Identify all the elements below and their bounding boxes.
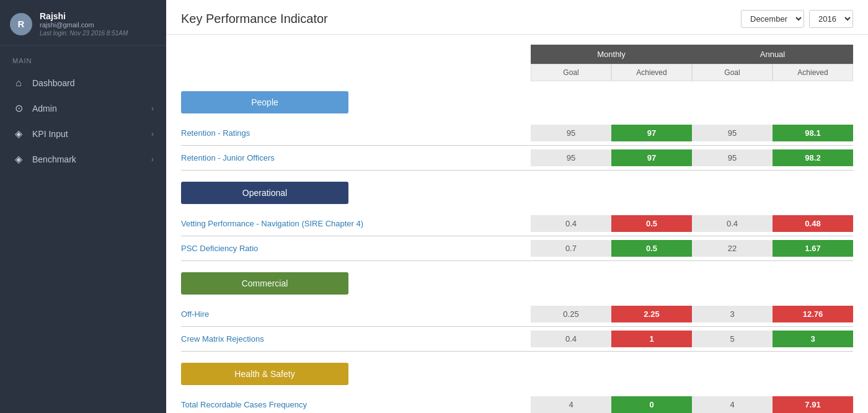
sub-headers-row: Goal Achieved Goal Achieved [181, 64, 853, 81]
monthly-goal-cell: 95 [531, 149, 611, 166]
arrow-icon-kpi-input: › [151, 130, 154, 138]
annual-goal-cell: 95 [692, 125, 773, 141]
kpi-label[interactable]: Retention - Ratings [181, 128, 531, 138]
category-operational: Operational Vetting Performance - Naviga… [181, 182, 853, 261]
sidebar-nav: ⌂ Dashboard ⊙ Admin › ◈ KPI Input › ◈ Be… [0, 68, 166, 174]
kpi-area: Monthly Annual Goal Achieved Goal Achiev… [166, 35, 868, 413]
monthly-goal-cell: 4 [531, 396, 611, 413]
sidebar-item-benchmark[interactable]: ◈ Benchmark › [0, 146, 166, 172]
sidebar-item-admin[interactable]: ⊙ Admin › [0, 95, 166, 121]
page-title: Key Performance Indicator [181, 12, 328, 26]
col-monthly-goal: Goal [531, 64, 611, 81]
category-commercial: Commercial Off-Hire 0.25 2.25 3 12.76 Cr… [181, 272, 853, 352]
main-content: Key Performance Indicator December 2016 … [166, 0, 868, 413]
arrow-icon-admin: › [151, 104, 154, 113]
month-select[interactable]: December [741, 10, 804, 28]
arrow-icon-benchmark: › [151, 155, 154, 164]
kpi-label[interactable]: Total Recordable Cases Frequency [181, 400, 531, 409]
sidebar-item-label-admin: Admin [32, 104, 57, 113]
table-row: Retention - Junior Officers 95 97 95 98.… [181, 146, 853, 171]
table-row: PSC Deficiency Ratio 0.7 0.5 22 1.67 [181, 236, 853, 261]
annual-goal-cell: 22 [692, 240, 773, 257]
avatar: R [10, 13, 32, 35]
category-btn-people[interactable]: People [181, 91, 348, 113]
category-btn-commercial[interactable]: Commercial [181, 272, 348, 295]
col-spacer [181, 45, 531, 64]
sidebar-item-kpi-input[interactable]: ◈ KPI Input › [0, 121, 166, 146]
top-bar: Key Performance Indicator December 2016 [166, 0, 868, 35]
annual-achieved-cell: 1.67 [773, 240, 853, 257]
annual-achieved-cell: 7.91 [773, 396, 853, 413]
sidebar-item-dashboard[interactable]: ⌂ Dashboard [0, 71, 166, 95]
annual-goal-cell: 0.4 [692, 215, 773, 232]
kpi-label[interactable]: PSC Deficiency Ratio [181, 244, 531, 253]
annual-goal-cell: 95 [692, 149, 773, 166]
monthly-goal-cell: 0.4 [531, 331, 611, 347]
annual-header: Annual [692, 45, 853, 64]
monthly-achieved-cell: 1 [611, 331, 692, 347]
annual-achieved-cell: 0.48 [773, 215, 853, 232]
monthly-achieved-cell: 2.25 [611, 306, 692, 322]
annual-goal-cell: 3 [692, 306, 773, 322]
category-btn-health[interactable]: Health & Safety [181, 363, 348, 385]
table-row: Total Recordable Cases Frequency 4 0 4 7… [181, 393, 853, 413]
user-name: Rajshi [40, 11, 128, 21]
category-health: Health & Safety Total Recordable Cases F… [181, 363, 853, 413]
column-headers-group: Monthly Annual [181, 45, 853, 64]
user-info: Rajshi rajshi@gmail.com Last login: Nov … [40, 11, 128, 37]
monthly-header: Monthly [531, 45, 692, 64]
annual-achieved-cell: 98.2 [773, 149, 853, 166]
sub-spacer [181, 64, 531, 81]
category-btn-operational[interactable]: Operational [181, 182, 348, 204]
user-email: rajshi@gmail.com [40, 21, 128, 29]
monthly-goal-cell: 0.25 [531, 306, 611, 322]
user-last-login: Last login: Nov 23 2016 8:51AM [40, 30, 128, 37]
category-people: People Retention - Ratings 95 97 95 98.1… [181, 91, 853, 171]
col-annual-goal: Goal [692, 64, 773, 81]
monthly-achieved-cell: 97 [611, 149, 692, 166]
monthly-achieved-cell: 0.5 [611, 215, 692, 232]
table-row: Off-Hire 0.25 2.25 3 12.76 [181, 302, 853, 327]
col-monthly-achieved: Achieved [611, 64, 692, 81]
annual-achieved-cell: 3 [773, 331, 853, 347]
sidebar-item-label-dashboard: Dashboard [32, 78, 75, 88]
annual-achieved-cell: 12.76 [773, 306, 853, 322]
monthly-goal-cell: 95 [531, 125, 611, 141]
admin-icon: ⊙ [12, 102, 25, 114]
kpi-label[interactable]: Crew Matrix Rejections [181, 334, 531, 344]
sidebar-item-label-benchmark: Benchmark [32, 154, 76, 164]
monthly-goal-cell: 0.7 [531, 240, 611, 257]
dashboard-icon: ⌂ [12, 78, 25, 89]
top-bar-controls: December 2016 [741, 10, 853, 28]
kpi-label[interactable]: Vetting Performance - Navigation (SIRE C… [181, 219, 531, 228]
table-row: Crew Matrix Rejections 0.4 1 5 3 [181, 327, 853, 352]
annual-goal-cell: 5 [692, 331, 773, 347]
table-row: Retention - Ratings 95 97 95 98.1 [181, 121, 853, 146]
benchmark-icon: ◈ [12, 153, 25, 165]
monthly-achieved-cell: 97 [611, 125, 692, 141]
year-select[interactable]: 2016 [809, 10, 853, 28]
monthly-goal-cell: 0.4 [531, 215, 611, 232]
col-annual-achieved: Achieved [773, 64, 853, 81]
sidebar: R Rajshi rajshi@gmail.com Last login: No… [0, 0, 166, 413]
monthly-achieved-cell: 0 [611, 396, 692, 413]
annual-goal-cell: 4 [692, 396, 773, 413]
sidebar-item-label-kpi-input: KPI Input [32, 129, 68, 139]
table-row: Vetting Performance - Navigation (SIRE C… [181, 211, 853, 236]
kpi-input-icon: ◈ [12, 128, 25, 140]
kpi-label[interactable]: Retention - Junior Officers [181, 153, 531, 162]
categories-container: People Retention - Ratings 95 97 95 98.1… [181, 91, 853, 413]
sidebar-header: R Rajshi rajshi@gmail.com Last login: No… [0, 0, 166, 46]
sidebar-section-label: MAIN [0, 46, 166, 68]
annual-achieved-cell: 98.1 [773, 125, 853, 141]
monthly-achieved-cell: 0.5 [611, 240, 692, 257]
kpi-label[interactable]: Off-Hire [181, 309, 531, 319]
